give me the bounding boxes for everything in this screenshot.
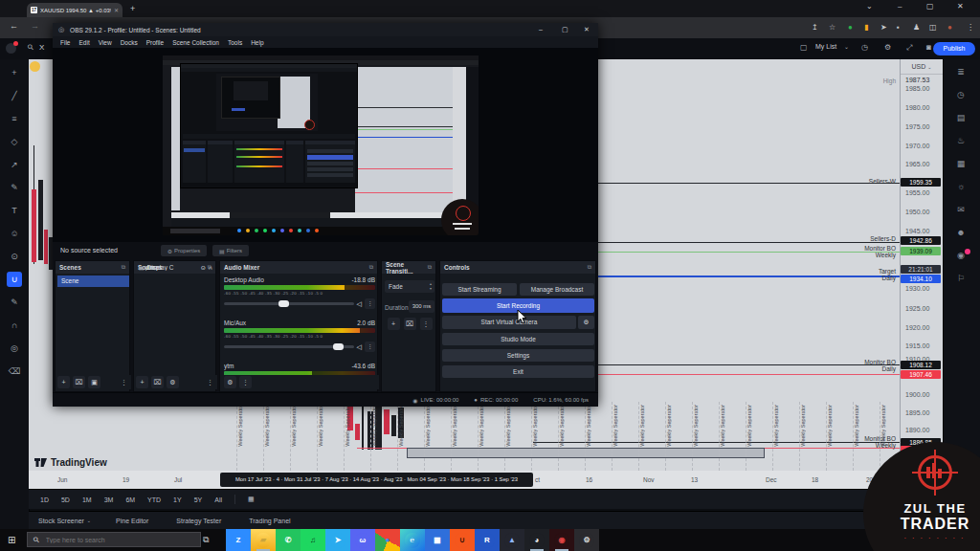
- settings-button[interactable]: Settings: [442, 349, 594, 362]
- obs-preview-zone[interactable]: [53, 48, 598, 242]
- go-to-date-icon[interactable]: ▦: [248, 496, 255, 503]
- obs-icon[interactable]: ◕: [524, 529, 549, 551]
- ideas-icon[interactable]: ▤: [953, 113, 969, 122]
- people-icon[interactable]: ☻: [953, 228, 969, 237]
- channel-menu-icon[interactable]: ⋮: [365, 342, 375, 352]
- split-screen-icon[interactable]: ◫: [929, 23, 937, 32]
- obs-maximize-button[interactable]: ▢: [562, 26, 568, 33]
- scenes-tool-button[interactable]: ▣: [88, 376, 100, 388]
- visibility-eye-icon[interactable]: ⊙: [201, 264, 206, 271]
- settings-gear-icon[interactable]: ⚙: [574, 529, 599, 551]
- popout-icon[interactable]: ⧉: [588, 264, 591, 271]
- pattern-tool-icon[interactable]: ◇: [7, 134, 22, 149]
- symbol-search-text[interactable]: X: [39, 43, 44, 52]
- lock-all-icon[interactable]: ∩: [7, 318, 22, 333]
- watchlist-icon[interactable]: ≣: [953, 67, 969, 77]
- price-level-line[interactable]: [598, 183, 900, 184]
- obs-menu-item[interactable]: Docks: [121, 39, 138, 46]
- measure-tool-icon[interactable]: ⊙: [7, 249, 22, 264]
- chart-settings-gear-icon[interactable]: ⚙: [884, 43, 891, 52]
- brave-icon[interactable]: ∪: [450, 529, 475, 551]
- transitions-tool-button[interactable]: ⋮: [420, 318, 433, 330]
- start-virtual-camera-button[interactable]: Start Virtual Camera: [442, 316, 576, 329]
- scene-item[interactable]: Scene: [57, 276, 129, 287]
- forward-button[interactable]: →: [31, 21, 39, 31]
- obs-close-button[interactable]: ✕: [584, 26, 590, 33]
- obs-menu-item[interactable]: Help: [251, 39, 263, 46]
- mixer-gear-icon[interactable]: ⚙: [224, 376, 236, 388]
- price-level-line[interactable]: [598, 364, 900, 365]
- bottom-tab[interactable]: Strategy Tester: [176, 518, 224, 524]
- hotlists-icon[interactable]: ♨: [953, 136, 969, 145]
- browser-minimize-button[interactable]: –: [898, 2, 902, 11]
- file-explorer-icon[interactable]: ▰: [251, 529, 276, 551]
- studio-mode-button[interactable]: Studio Mode: [442, 333, 594, 345]
- r-app-icon[interactable]: R: [475, 529, 500, 551]
- transitions-tool-button[interactable]: +: [388, 318, 400, 330]
- obs-minimize-button[interactable]: –: [539, 26, 543, 33]
- range-button[interactable]: 5D: [61, 496, 70, 503]
- obs-menu-item[interactable]: Edit: [78, 39, 89, 46]
- obs-menu-item[interactable]: Tools: [228, 39, 242, 46]
- speaker-icon[interactable]: ◁: [357, 300, 362, 308]
- new-tab-button[interactable]: +: [130, 4, 135, 13]
- volume-slider[interactable]: [224, 345, 354, 348]
- lock-icon[interactable]: ∩: [209, 265, 212, 271]
- forecast-tool-icon[interactable]: ↗: [7, 157, 22, 172]
- scenes-menu-icon[interactable]: ⋮: [121, 379, 127, 386]
- mixer-menu-icon[interactable]: ⋮: [239, 376, 252, 388]
- source-row[interactable]: ▭ Display C ⊙ ∩: [136, 261, 215, 274]
- sources-tool-button[interactable]: +: [136, 376, 148, 388]
- volume-slider[interactable]: [224, 302, 354, 305]
- range-button[interactable]: 5Y: [194, 496, 203, 503]
- scenes-tool-button[interactable]: ⌧: [73, 376, 85, 388]
- price-level-line[interactable]: [598, 374, 900, 375]
- calendar-icon[interactable]: ▦: [953, 159, 969, 168]
- search-input[interactable]: [44, 536, 182, 544]
- channel-menu-icon[interactable]: ⋮: [365, 298, 375, 309]
- snapshot-camera-icon[interactable]: ◙: [926, 43, 931, 52]
- back-button[interactable]: ←: [10, 21, 18, 31]
- properties-button[interactable]: ⚙Properties: [161, 245, 207, 256]
- browser-tab[interactable]: 17 XAUUSD 1994.50 ▲ +0.03% My : ✕: [27, 3, 122, 17]
- manage-broadcast-button[interactable]: Manage Broadcast: [520, 283, 594, 296]
- broadcast-icon[interactable]: ◉: [953, 251, 969, 260]
- bottom-tab[interactable]: Pine Editor: [116, 518, 151, 524]
- range-button[interactable]: All: [214, 496, 222, 503]
- alert-plus-icon[interactable]: ◷: [861, 43, 868, 52]
- extension-dark-icon[interactable]: ▪: [897, 23, 900, 32]
- alerts-clock-icon[interactable]: ◷: [953, 90, 969, 99]
- obs-title-bar[interactable]: ◎ OBS 29.1.2 - Profile: Untitled - Scene…: [53, 23, 598, 36]
- profile-avatar[interactable]: ●: [947, 23, 952, 32]
- start-streaming-button[interactable]: Start Streaming: [442, 283, 517, 296]
- obs-window[interactable]: ◎ OBS 29.1.2 - Profile: Untitled - Scene…: [53, 23, 598, 407]
- recorder-icon[interactable]: ◉: [549, 529, 574, 551]
- crosshair-tool-icon[interactable]: +: [7, 65, 22, 80]
- bottom-tab[interactable]: Stock Screener⌄: [38, 518, 91, 524]
- chat-icon[interactable]: ✉: [953, 205, 969, 214]
- layout-icon[interactable]: ▢: [800, 43, 808, 52]
- tab-close-icon[interactable]: ✕: [114, 7, 119, 13]
- emoji-tool-icon[interactable]: ☺: [7, 226, 22, 241]
- browser-maximize-button[interactable]: ▢: [926, 2, 934, 11]
- brush-tool-icon[interactable]: ✎: [7, 180, 22, 195]
- range-button[interactable]: 6M: [125, 496, 135, 503]
- range-button[interactable]: 1M: [82, 496, 92, 503]
- range-button[interactable]: 1D: [40, 496, 49, 503]
- sources-tool-button[interactable]: ⌧: [151, 376, 164, 388]
- range-button[interactable]: 3M: [104, 496, 114, 503]
- telegram-icon[interactable]: ➤: [325, 529, 350, 551]
- cursor-extension-icon[interactable]: ➤: [880, 23, 887, 32]
- sources-menu-icon[interactable]: ⋮: [207, 379, 213, 386]
- tradingview-logo[interactable]: TradingView: [34, 457, 107, 468]
- magnet-tool-icon[interactable]: ∪: [7, 272, 22, 287]
- duration-spinner[interactable]: 300 ms: [409, 300, 434, 313]
- extension-green-icon[interactable]: ●: [848, 23, 853, 32]
- bookmark-star-icon[interactable]: ☆: [829, 23, 835, 32]
- taskbar-search[interactable]: ⚲: [27, 532, 201, 547]
- whatsapp-icon[interactable]: ✆: [276, 529, 301, 551]
- obs-menu-item[interactable]: Scene Collection: [172, 39, 219, 46]
- price-level-line[interactable]: [598, 276, 900, 277]
- browser-more-icon[interactable]: ⌄: [866, 2, 873, 11]
- a-app-icon[interactable]: ▲: [500, 529, 524, 551]
